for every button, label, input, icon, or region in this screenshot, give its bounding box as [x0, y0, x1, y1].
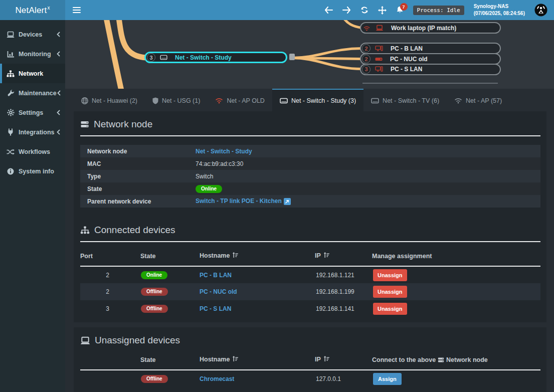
host-name: Synology-NAS: [474, 3, 525, 11]
host-timestamp: (07/06/2025, 08:24:56): [474, 10, 525, 18]
globe-icon: [81, 97, 88, 104]
sidebar-item-devices[interactable]: Devices: [0, 25, 65, 44]
node-port-badge: 3: [362, 65, 371, 74]
sidebar: Devices Monitoring Network Maintenance S…: [0, 20, 65, 392]
switch-icon: [371, 98, 379, 104]
sidebar-item-label: Integrations: [19, 129, 55, 136]
sidebar-item-integrations[interactable]: Integrations: [0, 122, 65, 142]
tab-label: Net - Huawei (2): [92, 97, 137, 104]
tab-net-huawei[interactable]: Net - Huawei (2): [74, 89, 145, 111]
user-avatar[interactable]: [534, 4, 547, 17]
unassign-button[interactable]: Unassign: [373, 269, 407, 281]
topology-node-pc-nuc-old[interactable]: 2 PC - NUC old: [360, 53, 501, 65]
sidebar-item-maintenance[interactable]: Maintenance: [0, 83, 65, 103]
hostname-link[interactable]: PC - NUC old: [200, 288, 237, 295]
topology-node-selected[interactable]: 3 Net - Switch - Study: [144, 52, 287, 63]
chevron-left-icon: [56, 129, 61, 135]
table-row: 2 Online PC - B LAN 192.168.1.121 Unassi…: [80, 266, 540, 283]
tab-net-ap-old[interactable]: Net - AP OLD: [208, 89, 272, 111]
move-icon[interactable]: [378, 6, 387, 15]
tab-net-switch-study[interactable]: Net - Switch - Study (3): [272, 89, 363, 111]
ip-cell: 127.0.0.1: [315, 370, 372, 387]
connected-devices-table: Port State Hostname IP Manage assignment…: [80, 249, 540, 317]
sidebar-item-label: System info: [19, 168, 54, 175]
sidebar-item-workflows[interactable]: Workflows: [0, 142, 65, 161]
parent-device-link[interactable]: Switch - TP link POE - Kitchen: [196, 198, 282, 205]
server-icon: [438, 357, 444, 363]
main-content: 3 Net - Switch - Study Work laptop (IP m…: [65, 20, 554, 392]
wifi-icon: [363, 25, 371, 31]
tab-net-switch-tv[interactable]: Net - Switch - TV (6): [363, 89, 447, 111]
sort-icon[interactable]: [323, 252, 329, 260]
hostname-link[interactable]: Chromecast: [200, 375, 234, 382]
column-header-connect: Connect to the aboveNetwork node: [372, 353, 540, 370]
column-header-hostname[interactable]: Hostname: [200, 353, 315, 370]
sort-icon[interactable]: [232, 356, 238, 363]
topology-node-work-laptop[interactable]: Work laptop (IP match): [360, 22, 501, 34]
desktop-icon: [375, 66, 383, 72]
sidebar-item-network[interactable]: Network: [0, 64, 65, 83]
tab-net-usg[interactable]: Net - USG (1): [145, 89, 208, 111]
sidebar-item-monitoring[interactable]: Monitoring: [0, 44, 65, 64]
unassign-button[interactable]: Unassign: [373, 303, 407, 315]
refresh-icon[interactable]: [360, 6, 368, 14]
detail-row: Type Switch: [80, 170, 540, 182]
detail-label: MAC: [80, 157, 196, 170]
server-icon: [80, 120, 89, 128]
external-link-icon[interactable]: [284, 198, 291, 205]
tab-net-ap[interactable]: Net - AP (57): [447, 89, 509, 111]
detail-row: Network node Net - Switch - Study: [80, 145, 540, 157]
section-header-connected-devices: Connected devices: [80, 225, 540, 236]
mac-value: 74:ac:b9:ad:c3:30: [196, 157, 540, 170]
sidebar-item-system-info[interactable]: System info: [0, 161, 65, 181]
back-arrow-icon[interactable]: [324, 7, 333, 14]
table-header-row: Port State Hostname IP Manage assignment: [80, 249, 540, 266]
table-header-row: State Hostname IP Connect to the aboveNe…: [80, 353, 540, 370]
status-badge: Offline: [141, 375, 168, 383]
network-topology-diagram[interactable]: 3 Net - Switch - Study Work laptop (IP m…: [65, 20, 554, 89]
tab-label: Net - Switch - TV (6): [383, 97, 439, 104]
column-header-hostname[interactable]: Hostname: [200, 249, 315, 266]
topology-node-pc-b-lan[interactable]: 2 PC - B LAN: [360, 43, 501, 54]
port-cell: 2: [80, 283, 140, 300]
divider: [80, 241, 540, 242]
tab-label: Net - Switch - Study (3): [291, 97, 356, 104]
sitemap-icon: [80, 226, 90, 234]
ip-cell: 192.168.1.141: [315, 300, 372, 317]
unassign-button[interactable]: Unassign: [373, 286, 407, 298]
status-badge: Offline: [141, 305, 168, 313]
process-status-badge: Process: Idle: [413, 6, 464, 15]
column-header-ip[interactable]: IP: [315, 353, 372, 370]
column-header-ip[interactable]: IP: [315, 249, 372, 266]
tab-label: Net - AP (57): [466, 97, 502, 104]
node-tabs: Net - Huawei (2) Net - USG (1) Net - AP …: [65, 89, 554, 111]
forward-arrow-icon[interactable]: [342, 7, 351, 14]
hamburger-menu-icon[interactable]: [65, 0, 88, 20]
sidebar-item-label: Network: [19, 70, 43, 77]
node-port-badge: 2: [362, 55, 371, 63]
column-header-port: Port: [80, 249, 140, 266]
node-label: PC - NUC old: [390, 56, 428, 63]
section-title: Unassigned devices: [95, 335, 180, 346]
sidebar-item-settings[interactable]: Settings: [0, 103, 65, 122]
assign-button[interactable]: Assign: [373, 373, 402, 385]
notifications-bell-icon[interactable]: 7: [396, 6, 404, 14]
sort-icon[interactable]: [323, 356, 329, 363]
type-value: Switch: [196, 170, 540, 182]
laptop-icon: [376, 25, 384, 31]
detail-label: State: [80, 182, 196, 195]
sort-icon[interactable]: [232, 252, 238, 260]
hostname-link[interactable]: PC - B LAN: [200, 272, 232, 279]
wrench-icon: [7, 89, 15, 97]
sidebar-item-label: Maintenance: [19, 90, 57, 97]
topology-node-pc-s-lan[interactable]: 3 PC - S LAN: [360, 64, 501, 75]
node-port-badge: 2: [362, 44, 371, 53]
node-connector-handle[interactable]: [289, 54, 295, 60]
laptop-icon: [7, 31, 15, 38]
network-node-link[interactable]: Net - Switch - Study: [196, 148, 252, 155]
chevron-left-icon: [56, 32, 61, 37]
node-label: Net - Switch - Study: [175, 54, 232, 61]
table-row: 2 Offline PC - NUC old 192.168.1.199 Una…: [80, 283, 540, 300]
hostname-link[interactable]: PC - S LAN: [200, 305, 231, 312]
app-logo[interactable]: NetAlert​x: [0, 0, 65, 20]
